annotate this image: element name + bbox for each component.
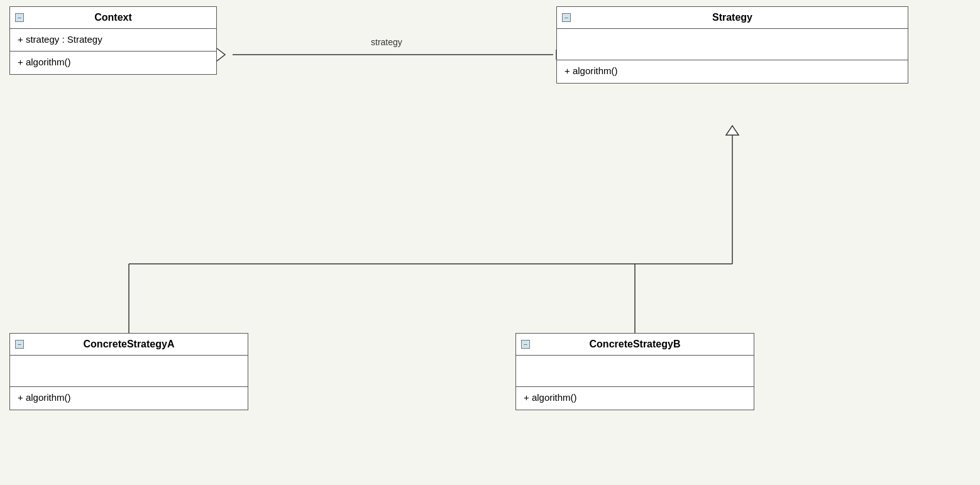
uml-diagram: strategy − Context + strategy : Strategy… — [0, 0, 980, 485]
concrete-b-methods: + algorithm() — [516, 387, 754, 410]
context-attributes: + strategy : Strategy — [10, 29, 216, 52]
concrete-b-attributes — [516, 356, 754, 387]
strategy-class-header: − Strategy — [557, 7, 908, 29]
concrete-strategy-b-class: − ConcreteStrategyB + algorithm() — [515, 333, 754, 410]
concrete-a-collapse-icon[interactable]: − — [15, 340, 24, 349]
concrete-strategy-a-header: − ConcreteStrategyA — [10, 334, 248, 356]
svg-text:strategy: strategy — [371, 37, 402, 47]
concrete-b-method-algorithm: + algorithm() — [524, 392, 577, 403]
strategy-methods: + algorithm() — [557, 60, 908, 83]
concrete-strategy-a-name: ConcreteStrategyA — [84, 339, 175, 350]
concrete-a-attributes — [10, 356, 248, 387]
concrete-b-collapse-icon[interactable]: − — [521, 340, 530, 349]
svg-marker-8 — [726, 126, 739, 135]
concrete-a-method-algorithm: + algorithm() — [18, 392, 71, 403]
context-collapse-icon[interactable]: − — [15, 13, 24, 22]
context-class-header: − Context — [10, 7, 216, 29]
concrete-strategy-a-class: − ConcreteStrategyA + algorithm() — [9, 333, 248, 410]
context-class-name: Context — [94, 12, 132, 23]
strategy-class: − Strategy + algorithm() — [556, 6, 908, 84]
strategy-attributes — [557, 29, 908, 60]
context-class: − Context + strategy : Strategy + algori… — [9, 6, 217, 75]
context-methods: + algorithm() — [10, 52, 216, 74]
concrete-a-methods: + algorithm() — [10, 387, 248, 410]
context-method-algorithm: + algorithm() — [18, 57, 71, 67]
context-attribute-strategy: + strategy : Strategy — [18, 34, 102, 45]
concrete-strategy-b-name: ConcreteStrategyB — [590, 339, 681, 350]
strategy-class-name: Strategy — [712, 12, 752, 23]
concrete-strategy-b-header: − ConcreteStrategyB — [516, 334, 754, 356]
strategy-collapse-icon[interactable]: − — [562, 13, 571, 22]
strategy-method-algorithm: + algorithm() — [564, 65, 618, 76]
